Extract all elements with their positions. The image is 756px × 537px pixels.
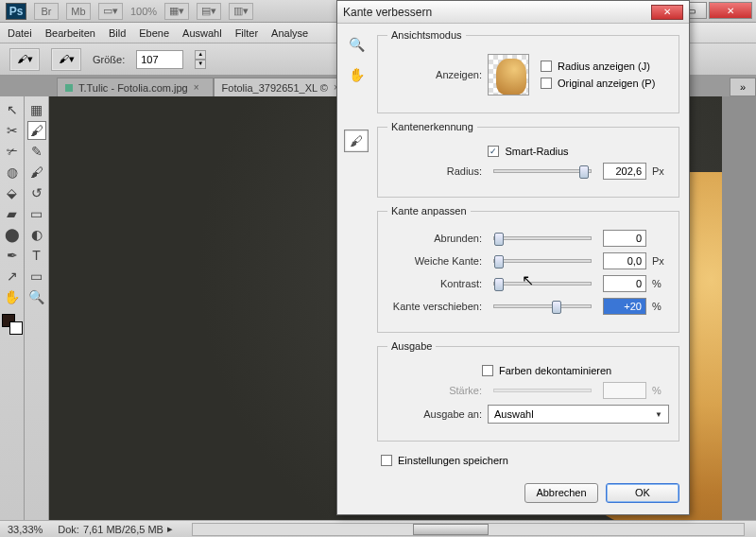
arrange-button[interactable]: ▦▾ xyxy=(164,3,189,20)
crop-tool-icon[interactable]: ✃ xyxy=(3,142,22,161)
pen-tool-icon[interactable]: ✒ xyxy=(3,246,22,265)
amount-unit: % xyxy=(652,385,669,396)
close-icon[interactable]: × xyxy=(194,82,199,93)
radius-input[interactable]: 202,6 xyxy=(603,163,646,180)
dialog-titlebar[interactable]: Kante verbessern ✕ xyxy=(337,1,689,24)
ps-logo: Ps xyxy=(6,3,26,20)
size-label: Größe: xyxy=(93,54,125,65)
guides-button[interactable]: ▥▾ xyxy=(229,3,253,20)
amount-slider xyxy=(493,389,592,392)
hand-icon[interactable]: ✋ xyxy=(344,63,369,86)
smooth-label: Abrunden: xyxy=(387,233,482,244)
contrast-slider[interactable] xyxy=(493,282,592,286)
output-to-combo[interactable]: Auswahl ▼ xyxy=(488,405,669,424)
background-swatch[interactable] xyxy=(9,321,23,335)
refine-edge-dialog: Kante verbessern ✕ 🔍 ✋ 🖌 Ansichtsmodus A… xyxy=(336,0,690,515)
marquee-tool-icon[interactable]: ▦ xyxy=(27,100,46,119)
menu-bearbeiten[interactable]: Bearbeiten xyxy=(45,27,95,39)
size-spinner[interactable]: ▲▼ xyxy=(195,50,206,69)
remember-settings-checkbox[interactable] xyxy=(381,455,392,466)
smooth-input[interactable]: 0 xyxy=(603,230,646,247)
chevron-down-icon: ▼ xyxy=(655,410,662,419)
edge-detection-legend: Kantenerkennung xyxy=(387,121,477,132)
right-panels[interactable] xyxy=(722,96,756,520)
tab-nav-arrows[interactable]: » xyxy=(730,78,756,96)
move-tool-icon[interactable]: ↖ xyxy=(3,100,22,119)
close-button[interactable]: ✕ xyxy=(709,2,752,19)
current-tool-preset[interactable]: 🖌▾ xyxy=(9,48,40,71)
shape-tool-icon[interactable]: ▭ xyxy=(27,267,46,286)
doc-icon xyxy=(65,84,73,92)
toolbox-col-a: ↖ ✂ ✃ ◍ ⬙ ▰ ⬤ ✒ ↗ ✋ xyxy=(0,96,25,520)
show-original-label: Original anzeigen (P) xyxy=(558,78,655,89)
contrast-label: Kontrast: xyxy=(387,278,482,289)
gradient-tool-icon[interactable]: ▭ xyxy=(27,204,46,223)
hand-tool-icon[interactable]: ✋ xyxy=(3,287,22,306)
menu-filter[interactable]: Filter xyxy=(235,27,258,39)
edge-detection-group: Kantenerkennung ✓ Smart-Radius Radius: 2… xyxy=(377,121,679,198)
show-label: Anzeigen: xyxy=(387,69,482,80)
zoom-icon[interactable]: 🔍 xyxy=(344,33,369,56)
ok-button[interactable]: OK xyxy=(606,483,679,503)
status-zoom[interactable]: 33,33% xyxy=(8,524,43,535)
history-brush-icon[interactable]: ↺ xyxy=(27,183,46,202)
shift-edge-input[interactable]: +20 xyxy=(603,298,646,315)
menu-auswahl[interactable]: Auswahl xyxy=(182,27,222,39)
horizontal-scrollbar[interactable] xyxy=(192,523,745,536)
shift-edge-slider[interactable] xyxy=(493,304,592,308)
doc-tab-2[interactable]: Fotolia_3792651_XL © × xyxy=(214,78,353,96)
dodge-tool-icon[interactable]: ◐ xyxy=(27,225,46,244)
adjust-edge-group: Kante anpassen Abrunden: 0 Weiche Kante:… xyxy=(377,205,679,333)
contrast-unit: % xyxy=(652,278,669,289)
output-group: Ausgabe Farben dekontaminieren Stärke: %… xyxy=(377,340,679,442)
doc-tab-label: T.Tulic - Fotolia.com.jpg xyxy=(78,82,188,94)
menu-ebene[interactable]: Ebene xyxy=(139,27,169,39)
menu-datei[interactable]: Datei xyxy=(8,27,32,39)
show-original-checkbox[interactable] xyxy=(541,78,552,89)
view-mode-group: Ansichtsmodus Anzeigen: Radius anzeigen … xyxy=(377,29,679,113)
smart-radius-checkbox[interactable]: ✓ xyxy=(488,146,499,157)
size-input[interactable]: 107 xyxy=(136,50,183,69)
toolbox-col-b: ▦ 🖌 ✎ 🖌 ↺ ▭ ◐ T ▭ 🔍 xyxy=(25,96,49,520)
smooth-slider[interactable] xyxy=(493,236,592,240)
extras-button[interactable]: ▤▾ xyxy=(197,3,221,20)
brush-tool-icon[interactable]: 🖌 xyxy=(27,163,46,182)
radius-slider[interactable] xyxy=(493,169,592,173)
dialog-tool-column: 🔍 ✋ 🖌 xyxy=(343,29,369,505)
bridge-button[interactable]: Br xyxy=(34,3,59,20)
screen-mode-button[interactable]: ▭▾ xyxy=(98,3,123,20)
blur-tool-icon[interactable]: ⬤ xyxy=(3,225,22,244)
color-swatches[interactable] xyxy=(2,314,23,335)
eyedropper-tool-icon[interactable]: ✎ xyxy=(27,142,46,161)
show-radius-checkbox[interactable] xyxy=(541,61,552,72)
path-tool-icon[interactable]: ↗ xyxy=(3,267,22,286)
brush-preview[interactable]: 🖌▾ xyxy=(51,48,81,71)
amount-label: Stärke: xyxy=(387,385,482,396)
lasso-tool-icon[interactable]: ✂ xyxy=(3,121,22,140)
eraser-tool-icon[interactable]: ▰ xyxy=(3,204,22,223)
menu-analyse[interactable]: Analyse xyxy=(271,27,308,39)
feather-input[interactable]: 0,0 xyxy=(603,252,646,269)
doc-tab-1[interactable]: T.Tulic - Fotolia.com.jpg × xyxy=(57,78,214,96)
cancel-button[interactable]: Abbrechen xyxy=(524,483,598,503)
menu-bild[interactable]: Bild xyxy=(109,27,126,39)
quickselect-tool-icon[interactable]: 🖌 xyxy=(27,121,46,140)
feather-slider[interactable] xyxy=(493,259,592,263)
status-doc[interactable]: Dok: 7,61 MB/26,5 MB ▸ xyxy=(58,523,173,535)
view-preview-dropdown[interactable] xyxy=(488,54,529,95)
healing-tool-icon[interactable]: ◍ xyxy=(3,163,22,182)
refine-brush-icon[interactable]: 🖌 xyxy=(344,130,369,152)
type-tool-icon[interactable]: T xyxy=(27,246,46,265)
stamp-tool-icon[interactable]: ⬙ xyxy=(3,183,22,202)
minibridge-button[interactable]: Mb xyxy=(66,3,91,20)
remember-settings-label: Einstellungen speichern xyxy=(398,455,508,466)
doc-tab-label: Fotolia_3792651_XL © xyxy=(222,82,328,94)
contrast-input[interactable]: 0 xyxy=(603,275,646,292)
status-bar: 33,33% Dok: 7,61 MB/26,5 MB ▸ xyxy=(0,520,756,537)
dialog-close-button[interactable]: ✕ xyxy=(651,5,683,20)
zoom-percent[interactable]: 100% xyxy=(130,6,157,17)
output-legend: Ausgabe xyxy=(387,340,436,352)
shift-edge-unit: % xyxy=(652,301,669,312)
zoom-tool-icon[interactable]: 🔍 xyxy=(27,287,46,306)
decontaminate-checkbox[interactable] xyxy=(482,365,493,376)
